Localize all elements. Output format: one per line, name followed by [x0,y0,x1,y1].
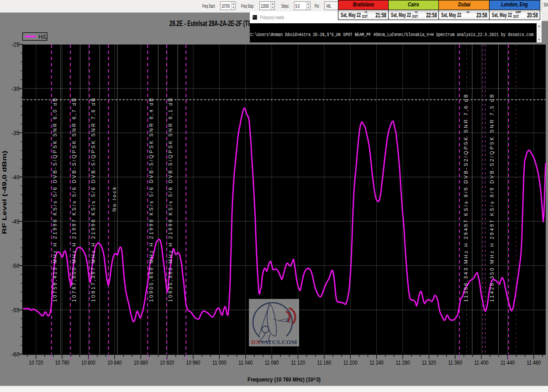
svg-text:11 320: 11 320 [422,360,436,366]
svg-text:-45: -45 [11,219,20,225]
svg-text:11426,350 MHz H 29497 KS/s: 11426,350 MHz H 29497 KS/s 8/9 DVB-S2/QP… [489,93,495,302]
svg-text:DXSATCS.COM: DXSATCS.COM [251,339,297,345]
svg-text:11 280: 11 280 [396,360,410,366]
svg-text:10 920: 10 920 [160,360,174,366]
svg-text:11 160: 11 160 [317,360,331,366]
svg-text:11 360: 11 360 [448,360,462,366]
svg-text:-25: -25 [11,42,20,48]
svg-text:11386,343 MHz H 29497 KS/s: 11386,343 MHz H 29497 KS/s 8/9 DVB-S2/QP… [463,93,469,302]
svg-text:11 400: 11 400 [474,360,489,366]
svg-text:10 840: 10 840 [107,360,121,366]
svg-text:10 800: 10 800 [81,360,95,366]
svg-text:11 080: 11 080 [265,360,279,366]
svg-text:10817,397 MHz H 21998 KS/s: 10817,397 MHz H 21998 KS/s 5/6 DVB-S/QPS… [90,97,96,302]
svg-text:10 960: 10 960 [186,360,200,366]
svg-text:11 480: 11 480 [527,360,541,366]
svg-text:11 040: 11 040 [238,360,253,366]
svg-text:-55: -55 [11,307,20,314]
svg-text:11 200: 11 200 [343,360,358,366]
svg-text:11 240: 11 240 [369,360,384,366]
svg-text:-30: -30 [11,86,20,92]
svg-text:11 440: 11 440 [501,360,515,366]
svg-text:No lock: No lock [111,186,117,212]
svg-text:10758,413 MHz H 21998 KS/s: 10758,413 MHz H 21998 KS/s 5/6 DVB-S/QPS… [52,97,58,302]
svg-text:10 880: 10 880 [134,360,148,366]
svg-text:-40: -40 [11,174,20,181]
svg-text:10787,900 MHz H 21997 KS/s: 10787,900 MHz H 21997 KS/s 5/6 DVB-S/QPS… [71,97,77,302]
svg-text:10 760: 10 760 [55,360,69,366]
svg-text:Frequency (10 760 MHz) (10^3): Frequency (10 760 MHz) (10^3) [248,376,321,383]
svg-text:11 120: 11 120 [291,360,305,366]
svg-text:-50: -50 [11,263,20,269]
svg-text:-35: -35 [11,130,20,136]
svg-text:10905,889 MHz H 21998 KS/s: 10905,889 MHz H 21998 KS/s 5/6 DVB-S/QPS… [148,97,154,302]
svg-text:RF Level (-49,0 dBm): RF Level (-49,0 dBm) [1,151,8,234]
svg-text:10 720: 10 720 [29,360,43,366]
svg-text:H/L: H/L [38,34,47,40]
svg-text:-60: -60 [11,351,20,358]
svg-text:10935,382 MHz H 21998 KS/s: 10935,382 MHz H 21998 KS/s 5/6 DVB-S/QPS… [168,97,173,302]
svg-text:11 000: 11 000 [212,360,227,366]
